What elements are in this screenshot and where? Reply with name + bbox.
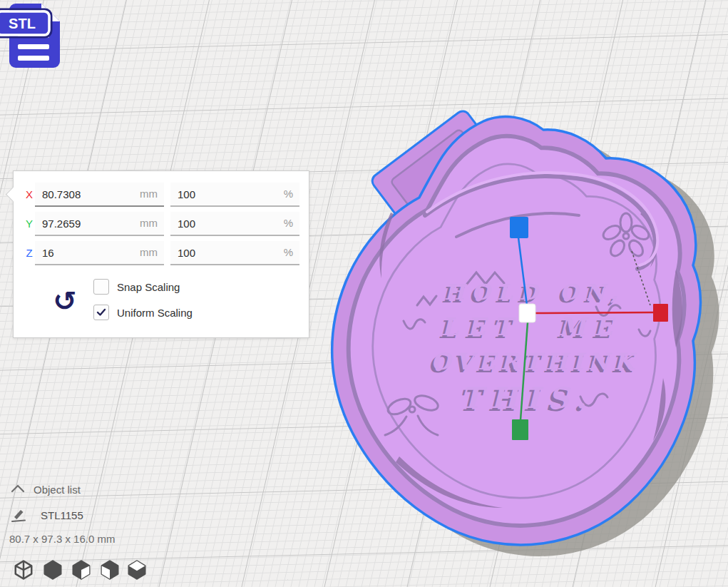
y-axis-label: Y [22,212,36,236]
stl-badge-label: STL [9,16,36,31]
cube-left-face-icon [99,559,121,581]
uniform-scaling-label: Uniform Scaling [117,307,193,319]
y-scale-handle[interactable] [512,419,528,440]
object-list-item-name[interactable]: STL1155 [41,509,83,521]
z-axis-label: Z [22,241,36,265]
stl-file-icon: STL [0,0,66,73]
cube-wireframe-icon [13,559,34,581]
view-right-button[interactable] [125,559,148,582]
view-3d-button[interactable] [12,559,35,582]
pencil-edit-icon[interactable] [10,506,27,524]
uniform-scaling-row: Uniform Scaling [93,305,193,320]
x-axis-line [535,312,654,313]
cube-solid-icon [42,559,63,581]
chevron-up-icon[interactable] [11,484,25,493]
application-viewport: HOLD ON, HOLD ON, LET ME LET ME OVERTHIN… [0,0,728,587]
scale-tool-panel: X mm % Y mm % Z mm % ↺ [13,170,309,338]
center-scale-handle[interactable] [519,304,535,322]
x-scale-handle[interactable] [653,304,668,322]
svg-text:HOLD ON,: HOLD ON, [444,280,625,305]
x-mm-input[interactable] [35,183,164,205]
y-percent-field[interactable]: % [170,212,299,236]
mold-model[interactable]: HOLD ON, HOLD ON, LET ME LET ME OVERTHIN… [332,108,719,556]
snap-scaling-checkbox[interactable] [93,279,109,295]
z-scale-handle[interactable] [510,217,528,238]
view-top-button[interactable] [70,559,93,582]
snap-scaling-row: Snap Scaling [93,279,180,295]
snap-scaling-label: Snap Scaling [117,281,180,293]
view-left-button[interactable] [98,559,121,582]
cube-top-face-icon [126,559,148,581]
uniform-scaling-checkbox[interactable] [93,305,109,320]
cube-right-face-icon [71,559,92,581]
z-percent-input[interactable] [170,241,299,264]
y-mm-input[interactable] [35,212,164,235]
svg-text:THIS.: THIS. [461,381,595,414]
y-mm-field[interactable]: mm [35,212,164,236]
z-mm-field[interactable]: mm [35,241,164,265]
object-list-header[interactable]: Object list [34,484,81,496]
x-percent-input[interactable] [170,183,299,205]
x-axis-label: X [22,183,36,207]
x-mm-field[interactable]: mm [35,183,164,207]
svg-text:OVERTHINK: OVERTHINK [431,348,639,375]
model-dimensions-label: 80.7 x 97.3 x 16.0 mm [9,533,115,545]
view-front-button[interactable] [41,559,64,582]
z-percent-field[interactable]: % [170,241,299,265]
x-percent-field[interactable]: % [170,183,299,207]
y-percent-input[interactable] [170,212,299,235]
z-mm-input[interactable] [35,241,164,264]
reset-scale-button[interactable]: ↺ [50,285,80,317]
checkmark-icon [96,307,107,318]
